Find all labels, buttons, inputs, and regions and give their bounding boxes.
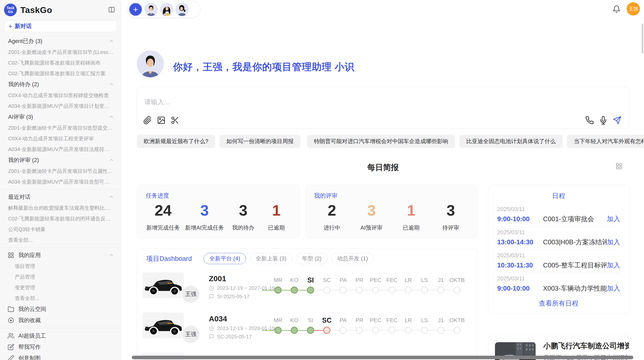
horizontal-scrollbar[interactable] <box>132 356 633 359</box>
divider <box>0 247 121 248</box>
milestone: J1 <box>433 316 449 334</box>
new-chat-button[interactable]: + 新对话 <box>4 20 117 32</box>
milestone-dot <box>291 287 298 294</box>
sidebar-item-product-mgmt[interactable]: 产品管理 <box>0 272 121 282</box>
sidebar-item[interactable]: 公司Q3轻卡销量 <box>0 224 121 235</box>
task-progress-card: 任务进度 24 新增完成任务 3 新增AI完成任务 3 我的待办 1 已逾期 <box>137 185 300 238</box>
suggestion-chip[interactable]: 如何写一份清晰的项目周报 <box>219 135 300 148</box>
join-button[interactable]: 加入 <box>607 238 620 247</box>
microphone-icon[interactable] <box>599 116 608 125</box>
suggestion-chip[interactable]: 当下年轻人对汽车外观有怎样的喜好趋势 <box>567 135 644 148</box>
filter-chip[interactable]: 全新平台 (4) <box>203 253 246 264</box>
sidebar-item-change-mgmt[interactable]: 变更管理 <box>0 282 121 293</box>
sidebar-item[interactable]: Z001-全新燃油轻卡产品开发项目SI造型提交物评审 <box>0 123 121 133</box>
schedule-event-title: C001-立项审批会 <box>535 215 607 223</box>
sidebar-item[interactable]: C02-飞腾新能源轻客改款项目立项汇报方案 <box>0 68 121 79</box>
flag-icon <box>209 294 214 299</box>
sidebar-item-creative-drawing[interactable]: 创意制图 <box>0 353 121 360</box>
milestone: J1 <box>433 276 449 294</box>
join-button[interactable]: 加入 <box>607 215 620 223</box>
sidebar-item[interactable]: C02-飞腾新能源轻客改款项目的闭环通告反馈情况 <box>0 213 121 224</box>
agent-avatar[interactable] <box>175 3 189 16</box>
project-dashboard-card: 项目Dashboard 全新平台 (4) 全新上装 (3) 年型 (2) 动总开… <box>137 248 477 360</box>
sidebar-item[interactable]: Z001-全新燃油轻卡产品开发项目SI节点属性5D文件评审 <box>0 166 121 176</box>
suggestion-chip[interactable]: 比亚迪全固态电池计划具体说了什么 <box>459 135 563 148</box>
project-row[interactable]: 王强 Z001 2023-12-19 ~ 2027-01-19 SI-2025-… <box>137 269 477 309</box>
suggestion-chip[interactable]: 特朗普可能对进口汽车增税会对中国车企造成哪些影响 <box>307 135 455 148</box>
agent-avatar[interactable] <box>144 3 158 16</box>
sidebar-item[interactable]: 解释最新出台的欧盟报废车法规再生塑料比例被调至15%... <box>0 203 121 213</box>
sidebar-item-project-mgmt[interactable]: 项目管理 <box>0 261 121 272</box>
sidebar-group-header[interactable]: 我的待办 (2) <box>0 79 121 90</box>
sidebar-group-my-todo: 我的待办 (2) C0X4-动力总成开发项目SI里程碑提交物检查 A034-全新… <box>0 79 121 111</box>
sidebar-item-view-all[interactable]: 查看全部... <box>0 235 121 245</box>
sidebar-item-help-me-write[interactable]: 帮我写作 <box>0 341 121 353</box>
project-flag-milestone: SI-2025-05-17 <box>209 294 250 299</box>
view-all-schedule-link[interactable]: 查看所有日程 <box>497 296 620 311</box>
milestone: LS <box>416 316 433 334</box>
schedule-time: 13:00-14:30 <box>497 238 535 246</box>
sidebar-item-ai-super-staff[interactable]: AI超级员工 <box>0 330 121 341</box>
milestone-dot <box>340 287 347 294</box>
stat-label: 新增完成任务 <box>146 224 180 232</box>
add-agent-button[interactable]: + <box>129 3 142 16</box>
milestone-dot <box>274 287 282 294</box>
milestone: FEC <box>384 276 400 294</box>
assistant-avatar <box>137 50 164 77</box>
divider <box>0 328 121 328</box>
sidebar-item[interactable]: C0X4-动力总成开发项目工程变更评审 <box>0 133 121 144</box>
suggestion-chip[interactable]: 欧洲新规最近颁布了什么? <box>137 135 215 148</box>
stat: 1 已逾期 <box>397 201 425 232</box>
schedule-item: 2025/03/11 13:00-14:30 C003|H0B-方案冻结评审 加… <box>497 227 620 250</box>
sidebar-item[interactable]: A034-全新新能源MUV产品开发项目法规符合性评审 <box>0 144 121 155</box>
sidebar-item[interactable]: C0X4-动力总成开发项目SI里程碑提交物检查 <box>0 90 121 101</box>
milestone: KO <box>286 276 302 294</box>
chevron-up-icon <box>109 194 114 200</box>
milestone-dot <box>405 287 412 294</box>
sidebar-item[interactable]: Z001-全新燃油皮卡产品开发项目SI节点Lesson Learn报告 <box>0 47 121 57</box>
divider <box>0 189 121 189</box>
edit-icon <box>8 344 14 350</box>
stat-value: 2 <box>328 201 336 220</box>
sidebar: Task Go TaskGo + 新对话 Agent已办 (3) Z001-全新… <box>0 0 121 360</box>
milestone: LS <box>416 276 433 294</box>
sidebar-group-header[interactable]: 我的评审 (2) <box>0 155 121 166</box>
notification-bell-icon[interactable] <box>612 5 621 13</box>
scissors-icon[interactable] <box>171 116 179 125</box>
filter-chip[interactable]: 全新上装 (3) <box>250 253 292 264</box>
milestone: PA <box>335 276 351 294</box>
stat-label: 我的待办 <box>232 224 254 232</box>
join-button[interactable]: 加入 <box>607 284 620 293</box>
sidebar-item[interactable]: C02-飞腾新能源轻客改款项目里程碑画布 <box>0 57 121 68</box>
sidebar-collapse-icon[interactable] <box>108 6 115 13</box>
join-button[interactable]: 加入 <box>607 261 620 270</box>
milestone: LR <box>400 276 416 294</box>
sidebar-item[interactable]: A034-全新新能源MUV产品开发项目计划变更表编写 <box>0 101 121 111</box>
milestone: MR <box>270 276 286 294</box>
send-icon[interactable] <box>613 116 621 125</box>
filter-chip[interactable]: 年型 (2) <box>296 253 327 264</box>
sidebar-item-favorites[interactable]: 我的收藏 <box>0 315 121 326</box>
phone-icon[interactable] <box>585 116 594 125</box>
sidebar-group-header[interactable]: 最近对话 <box>0 191 121 203</box>
filter-chip[interactable]: 动总开发 (1) <box>331 253 374 264</box>
sidebar-item-cloud-space[interactable]: 我的云空间 <box>0 304 121 315</box>
project-row[interactable]: 王强 A034 2023-12-19 ~ 2026-01-19 SC-2025-… <box>137 309 477 350</box>
sidebar-item-view-all[interactable]: 查看全部... <box>0 293 121 304</box>
agent-avatar[interactable] <box>160 3 173 16</box>
milestone: SI <box>302 316 319 334</box>
app-title: TaskGo <box>20 5 52 15</box>
image-icon[interactable] <box>157 116 166 125</box>
sidebar-my-apps-header[interactable]: 我的应用 <box>0 250 121 261</box>
milestone: OKTB <box>449 276 465 294</box>
milestone: FEC <box>384 316 400 334</box>
vertical-scrollbar[interactable] <box>642 23 643 53</box>
sidebar-item[interactable]: A034-全新新能源MUV产品开发项目造型可行性评审 <box>0 176 121 187</box>
layout-grid-icon[interactable] <box>616 163 623 170</box>
chat-input[interactable] <box>144 92 577 116</box>
paperclip-icon[interactable] <box>143 116 152 125</box>
chevron-up-icon <box>109 114 114 120</box>
user-avatar[interactable]: 王强 <box>627 2 640 16</box>
sidebar-group-header[interactable]: Agent已办 (3) <box>0 36 121 47</box>
sidebar-group-header[interactable]: AI评审 (3) <box>0 111 121 123</box>
